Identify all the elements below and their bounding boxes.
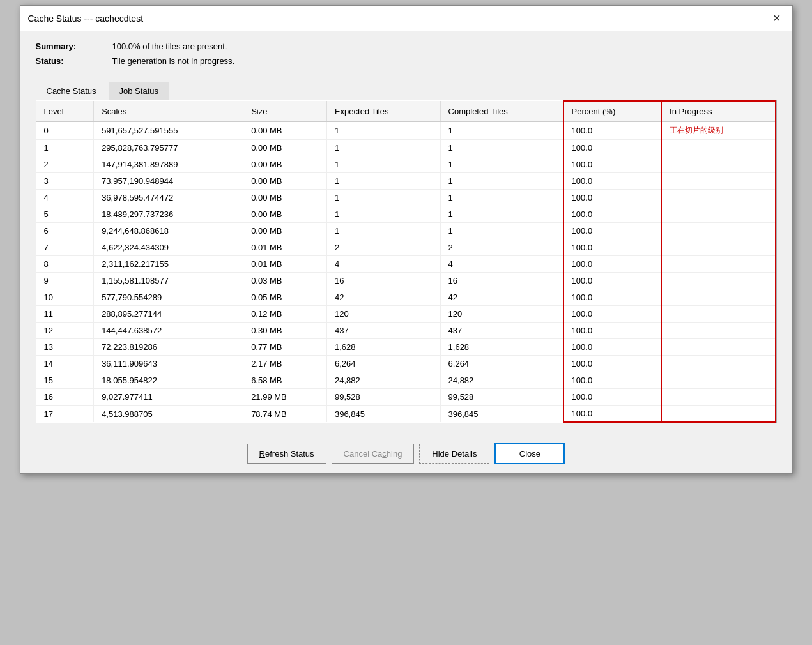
summary-section: Summary: 100.0% of the tiles are present… [20,31,792,76]
table-cell: 100.0 [563,239,661,256]
table-cell: 2 [440,239,563,256]
table-cell: 99,528 [326,389,440,406]
col-header-inprogress: In Progress [661,101,775,122]
table-cell [661,140,775,156]
table-cell: 10 [36,289,94,306]
table-row: 0591,657,527.5915550.00 MB11100.0正在切片的级别 [36,122,776,140]
table-cell [661,206,775,223]
tab-job-status[interactable]: Job Status [109,82,169,100]
table-cell: 295,828,763.795777 [94,140,243,156]
table-cell: 1 [440,122,563,140]
table-row: 174,513.98870578.74 MB396,845396,845100.… [36,406,776,423]
table-cell: 36,978,595.474472 [94,190,243,206]
table-cell: 12 [36,322,94,339]
table-cell: 1 [440,156,563,173]
table-header-row: Level Scales Size Expected Tiles Complet… [36,101,776,122]
table-cell: 4 [326,256,440,273]
table-cell [661,406,775,423]
dialog-title: Cache Status --- cachecdtest [28,13,144,24]
table-cell: 0.00 MB [243,173,327,190]
table-cell: 8 [36,256,94,273]
refresh-status-button[interactable]: Refresh Status [247,444,326,464]
table-cell: 9,244,648.868618 [94,223,243,239]
table-cell: 11 [36,306,94,322]
table-cell: 144,447.638572 [94,322,243,339]
table-cell: 100.0 [563,339,661,356]
table-row: 91,155,581.1085770.03 MB1616100.0 [36,273,776,289]
table-cell: 100.0 [563,140,661,156]
table-cell: 1 [440,190,563,206]
table-cell [661,156,775,173]
table-cell: 120 [440,306,563,322]
close-icon-button[interactable]: ✕ [769,11,785,26]
footer: Refresh Status Cancel Caching Hide Detai… [20,434,792,473]
cancel-caching-button[interactable]: Cancel Caching [332,444,415,464]
table-cell: 1 [36,140,94,156]
col-header-percent: Percent (%) [563,101,661,122]
dialog: Cache Status --- cachecdtest ✕ Summary: … [20,5,793,474]
table-row: 373,957,190.9489440.00 MB11100.0 [36,173,776,190]
table-row: 436,978,595.4744720.00 MB11100.0 [36,190,776,206]
table-cell [661,256,775,273]
table-cell: 100.0 [563,289,661,306]
table-container: Level Scales Size Expected Tiles Complet… [36,100,777,423]
hide-details-button[interactable]: Hide Details [419,444,489,464]
table-cell: 577,790.554289 [94,289,243,306]
col-header-size: Size [243,101,327,122]
table-cell: 100.0 [563,190,661,206]
table-cell: 7 [36,239,94,256]
cache-table: Level Scales Size Expected Tiles Complet… [36,100,776,423]
table-cell: 0 [36,122,94,140]
table-cell: 100.0 [563,122,661,140]
table-cell: 24,882 [440,372,563,389]
table-cell: 72,223.819286 [94,339,243,356]
table-cell: 2 [326,239,440,256]
table-cell: 591,657,527.591555 [94,122,243,140]
table-cell: 5 [36,206,94,223]
table-row: 518,489,297.7372360.00 MB11100.0 [36,206,776,223]
table-cell: 100.0 [563,173,661,190]
table-cell: 147,914,381.897889 [94,156,243,173]
status-value: Tile generation is not in progress. [112,56,235,66]
summary-label: Summary: [36,42,112,51]
table-cell: 0.00 MB [243,223,327,239]
table-cell: 6 [36,223,94,239]
table-row: 1295,828,763.7957770.00 MB11100.0 [36,140,776,156]
col-header-scales: Scales [94,101,243,122]
table-cell: 288,895.277144 [94,306,243,322]
table-cell: 0.00 MB [243,122,327,140]
table-cell [661,372,775,389]
table-cell: 1 [440,223,563,239]
tab-cache-status[interactable]: Cache Status [36,82,107,100]
table-cell: 1,155,581.108577 [94,273,243,289]
table-cell: 16 [36,389,94,406]
table-cell [661,289,775,306]
table-cell: 437 [440,322,563,339]
table-cell [661,306,775,322]
table-cell: 0.00 MB [243,190,327,206]
table-cell: 9,027.977411 [94,389,243,406]
table-cell: 3 [36,173,94,190]
table-cell: 1 [440,206,563,223]
close-button[interactable]: Close [494,443,565,464]
table-cell: 2.17 MB [243,356,327,372]
table-cell: 396,845 [326,406,440,423]
table-cell: 16 [440,273,563,289]
table-cell: 4 [440,256,563,273]
table-cell: 396,845 [440,406,563,423]
table-cell: 4,622,324.434309 [94,239,243,256]
table-cell: 0.03 MB [243,273,327,289]
table-cell: 24,882 [326,372,440,389]
table-cell [661,273,775,289]
table-cell [661,356,775,372]
table-cell [661,190,775,206]
table-cell: 120 [326,306,440,322]
table-row: 11288,895.2771440.12 MB120120100.0 [36,306,776,322]
table-cell: 9 [36,273,94,289]
status-label: Status: [36,56,112,66]
table-cell: 42 [326,289,440,306]
table-cell: 0.00 MB [243,156,327,173]
table-row: 1518,055.9548226.58 MB24,88224,882100.0 [36,372,776,389]
table-cell: 18,489,297.737236 [94,206,243,223]
table-cell: 78.74 MB [243,406,327,423]
